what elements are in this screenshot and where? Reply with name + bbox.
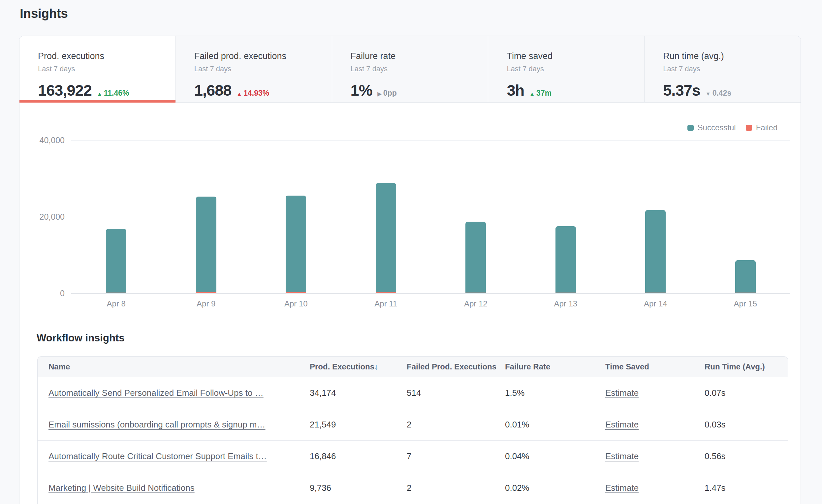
x-axis-label: Apr 12 xyxy=(446,299,505,309)
workflow-name-link[interactable]: Email sumissions (onboarding call prompt… xyxy=(48,420,266,430)
metric-period: Last 7 days xyxy=(663,65,801,73)
column-header-prod-executions-sorted[interactable]: Prod. Executions↓ xyxy=(310,362,407,371)
bar-segment-successful xyxy=(555,226,576,293)
y-axis-tick-label: 20,000 xyxy=(19,212,65,222)
metric-delta: 0pp xyxy=(383,89,397,98)
metric-value: 5.37s xyxy=(663,81,700,99)
metric-value: 163,922 xyxy=(38,81,92,99)
chart-bar-apr-12 xyxy=(465,222,486,293)
metric-label: Failure rate xyxy=(351,51,488,61)
chart-bar-apr-10 xyxy=(286,195,306,293)
table-header-row: Name Prod. Executions↓ Failed Prod. Exec… xyxy=(38,357,788,377)
estimate-link[interactable]: Estimate xyxy=(605,483,639,493)
workflow-insights-table: Name Prod. Executions↓ Failed Prod. Exec… xyxy=(37,356,788,504)
failed-prod-executions-value: 7 xyxy=(407,451,505,461)
metric-delta: 37m xyxy=(536,89,551,98)
chart-bar-apr-8 xyxy=(106,229,126,293)
gridline xyxy=(71,140,790,140)
table-row: Marketing | Website Build Notifications … xyxy=(38,472,788,504)
failure-rate-value: 1.5% xyxy=(505,388,605,398)
bar-segment-failed xyxy=(465,293,486,293)
prod-executions-value: 9,736 xyxy=(310,483,407,493)
bar-segment-successful xyxy=(196,196,217,292)
metric-delta: 14.93% xyxy=(244,89,269,98)
bar-segment-successful xyxy=(645,210,666,293)
metric-delta: 0.42s xyxy=(713,89,732,98)
table-row: Automatically Route Critical Customer Su… xyxy=(38,440,788,472)
column-header-failure-rate[interactable]: Failure Rate xyxy=(505,362,605,371)
estimate-link[interactable]: Estimate xyxy=(605,420,639,430)
metric-label: Time saved xyxy=(507,51,644,61)
estimate-link[interactable]: Estimate xyxy=(605,451,639,461)
bar-segment-failed xyxy=(286,292,306,293)
bar-segment-failed xyxy=(555,293,576,293)
metric-value: 1% xyxy=(351,81,372,99)
failure-rate-value: 0.01% xyxy=(505,420,605,430)
prod-executions-value: 21,549 xyxy=(310,420,407,430)
gridline xyxy=(71,293,790,294)
metric-value: 1,688 xyxy=(194,81,232,99)
column-header-failed-prod-executions[interactable]: Failed Prod. Executions xyxy=(407,362,505,371)
run-time-value: 0.07s xyxy=(705,388,788,398)
workflow-name-link[interactable]: Automatically Route Critical Customer Su… xyxy=(48,451,267,461)
legend-swatch-icon xyxy=(746,125,752,131)
run-time-value: 1.47s xyxy=(705,483,788,493)
x-axis-label: Apr 14 xyxy=(626,299,685,309)
metric-label: Prod. executions xyxy=(38,51,175,61)
chart-bar-apr-9 xyxy=(196,196,217,293)
bar-segment-failed xyxy=(735,293,756,293)
workflow-insights-heading: Workflow insights xyxy=(37,331,801,345)
trend-up-icon: ▲ xyxy=(97,91,102,97)
prod-executions-value: 16,846 xyxy=(310,451,407,461)
x-axis-label: Apr 9 xyxy=(176,299,236,309)
tab-time-saved[interactable]: Time saved Last 7 days 3h ▲ 37m xyxy=(488,36,645,103)
bar-segment-successful xyxy=(735,260,756,293)
column-header-time-saved[interactable]: Time Saved xyxy=(605,362,705,371)
page-title: Insights xyxy=(20,6,822,21)
metric-delta: 11.46% xyxy=(104,89,129,98)
tab-prod-executions[interactable]: Prod. executions Last 7 days 163,922 ▲ 1… xyxy=(19,36,176,103)
bar-segment-failed xyxy=(106,293,126,293)
legend-swatch-icon xyxy=(688,125,694,131)
chart-bar-apr-11 xyxy=(376,183,396,293)
tab-run-time-avg[interactable]: Run time (avg.) Last 7 days 5.37s ▼ 0.42… xyxy=(645,36,801,103)
column-header-run-time-avg[interactable]: Run Time (Avg.) xyxy=(705,362,788,371)
run-time-value: 0.03s xyxy=(705,420,788,430)
trend-down-icon: ▼ xyxy=(706,91,711,97)
legend-label: Failed xyxy=(756,123,778,132)
bar-segment-failed xyxy=(645,293,666,293)
trend-up-icon: ▲ xyxy=(529,91,535,97)
failed-prod-executions-value: 514 xyxy=(407,388,505,398)
failed-prod-executions-value: 2 xyxy=(407,420,505,430)
bar-segment-successful xyxy=(106,229,126,293)
bar-segment-successful xyxy=(286,195,306,292)
run-time-value: 0.56s xyxy=(705,451,788,461)
insights-page: Insights Prod. executions Last 7 days 16… xyxy=(0,0,822,504)
bar-segment-failed xyxy=(196,292,217,293)
estimate-link[interactable]: Estimate xyxy=(605,388,639,398)
bar-segment-failed xyxy=(376,292,396,293)
legend-item-failed[interactable]: Failed xyxy=(746,123,778,132)
legend-label: Successful xyxy=(698,123,736,132)
legend-item-successful[interactable]: Successful xyxy=(688,123,736,132)
table-row: Automatically Send Personalized Email Fo… xyxy=(38,377,788,409)
workflow-name-link[interactable]: Automatically Send Personalized Email Fo… xyxy=(48,388,264,398)
table-row: Email sumissions (onboarding call prompt… xyxy=(38,409,788,440)
chart-legend: SuccessfulFailed xyxy=(688,123,778,132)
tab-failure-rate[interactable]: Failure rate Last 7 days 1% ▶ 0pp xyxy=(332,36,488,103)
y-axis-tick-label: 0 xyxy=(19,288,65,298)
failure-rate-value: 0.04% xyxy=(505,451,605,461)
metric-value: 3h xyxy=(507,81,524,99)
trend-flat-icon: ▶ xyxy=(378,91,382,97)
workflow-name-link[interactable]: Marketing | Website Build Notifications xyxy=(48,483,194,493)
metric-period: Last 7 days xyxy=(507,65,644,73)
tab-failed-prod-executions[interactable]: Failed prod. executions Last 7 days 1,68… xyxy=(176,36,332,103)
executions-bar-chart: 020,00040,000Apr 8Apr 9Apr 10Apr 11Apr 1… xyxy=(19,103,801,322)
x-axis-label: Apr 15 xyxy=(716,299,775,309)
metric-period: Last 7 days xyxy=(194,65,332,73)
metric-tabs: Prod. executions Last 7 days 163,922 ▲ 1… xyxy=(19,36,801,103)
x-axis-label: Apr 13 xyxy=(536,299,595,309)
metric-label: Failed prod. executions xyxy=(194,51,332,61)
column-header-name[interactable]: Name xyxy=(48,362,310,371)
x-axis-label: Apr 11 xyxy=(356,299,416,309)
